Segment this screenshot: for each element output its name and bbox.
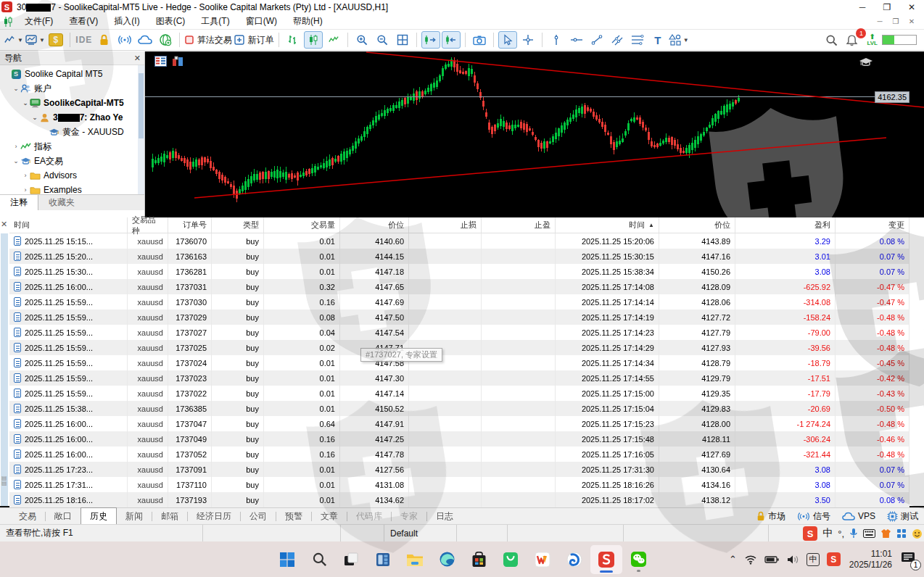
ime-keyboard-icon[interactable] bbox=[863, 529, 875, 538]
sogou-logo-icon[interactable]: S bbox=[803, 526, 817, 541]
child-close-button[interactable]: ✕ bbox=[904, 17, 920, 27]
navigator-tab-1[interactable]: 收藏夹 bbox=[38, 195, 85, 210]
cursor-tool-button[interactable] bbox=[498, 31, 517, 49]
wps-office-button[interactable] bbox=[527, 545, 558, 574]
tray-battery-icon[interactable] bbox=[764, 555, 779, 564]
taskbar-search-button[interactable] bbox=[303, 545, 335, 574]
table-row[interactable]: 2025.11.25 15:38...xauusd1736385buy0.014… bbox=[9, 401, 909, 416]
column-header-7[interactable]: 止盈 bbox=[482, 217, 556, 233]
vps-cloud-button[interactable] bbox=[136, 31, 154, 49]
column-header-4[interactable]: 交易量 bbox=[264, 217, 340, 233]
toolbox-tab-8[interactable]: 文章 bbox=[312, 509, 347, 524]
tray-ime-icon[interactable]: 中 bbox=[807, 553, 820, 566]
notification-center-button[interactable]: 1 bbox=[901, 552, 915, 568]
column-header-1[interactable]: 交易品种 bbox=[128, 217, 168, 233]
collapse-icon[interactable]: ⌄ bbox=[31, 114, 38, 121]
table-row[interactable]: 2025.11.25 15:30...xauusd1736281buy0.014… bbox=[9, 264, 909, 279]
toolbox-grip-icon[interactable]: ▤▤ bbox=[1, 476, 7, 486]
horizontal-line-tool-button[interactable] bbox=[567, 31, 586, 49]
table-row[interactable]: 2025.11.25 16:00...xauusd1737031buy0.324… bbox=[9, 279, 909, 294]
collapse-icon[interactable]: ⌄ bbox=[12, 85, 20, 92]
menu-item-0[interactable]: 文件(F) bbox=[17, 13, 61, 30]
table-row[interactable]: 2025.11.25 15:59...xauusd1737022buy0.014… bbox=[9, 386, 909, 401]
toolbox-tab-7[interactable]: 预警 bbox=[276, 509, 311, 524]
table-row[interactable]: 2025.11.25 15:20...xauusd1736163buy0.014… bbox=[9, 249, 909, 264]
table-row[interactable]: 2025.11.25 15:59...xauusd1737029buy0.084… bbox=[9, 310, 909, 325]
bottom-link-1[interactable]: 信号 bbox=[797, 510, 830, 523]
column-header-8[interactable]: 时间▲ bbox=[556, 217, 659, 233]
quotes-panel-icon[interactable] bbox=[154, 56, 167, 67]
column-header-6[interactable]: 止损 bbox=[409, 217, 482, 233]
auto-scroll-button[interactable] bbox=[421, 31, 440, 49]
toolbox-tab-2[interactable]: 历史 bbox=[81, 507, 117, 524]
text-tool-button[interactable]: T bbox=[648, 31, 667, 49]
toolbox-tab-4[interactable]: 邮箱 bbox=[152, 509, 187, 524]
nav-tree-item-4[interactable]: 黄金 - XAUUSD bbox=[0, 125, 139, 139]
column-header-0[interactable]: 时间 bbox=[9, 217, 128, 233]
community-button[interactable] bbox=[156, 31, 175, 49]
collapse-icon[interactable]: ⌄ bbox=[22, 99, 29, 107]
tile-windows-button[interactable] bbox=[393, 31, 412, 49]
deposit-button[interactable]: $ bbox=[46, 31, 65, 49]
tray-wifi-icon[interactable] bbox=[744, 555, 757, 565]
ime-mic-icon[interactable] bbox=[849, 528, 858, 539]
tray-volume-icon[interactable] bbox=[786, 555, 799, 565]
bottom-link-3[interactable]: 测试 bbox=[887, 510, 918, 523]
table-row[interactable]: 2025.11.25 17:23...xauusd1737091buy0.014… bbox=[9, 462, 909, 477]
microsoft-store-button[interactable] bbox=[463, 545, 495, 574]
nav-tree-item-7[interactable]: ›Advisors bbox=[0, 168, 139, 183]
table-row[interactable]: 2025.11.25 15:59...xauusd1737023buy0.014… bbox=[9, 370, 909, 386]
wechat-button[interactable] bbox=[622, 545, 654, 574]
signals-button[interactable] bbox=[115, 31, 134, 49]
toolbox-tab-9[interactable]: 代码库 bbox=[347, 509, 391, 524]
bar-chart-mode-button[interactable] bbox=[284, 31, 302, 49]
trendline-tool-button[interactable] bbox=[587, 31, 606, 49]
toolbox-close-icon[interactable]: ✕ bbox=[1, 220, 7, 229]
nav-tree-item-0[interactable]: SSoolike Capital MT5 bbox=[0, 67, 139, 81]
line-chart-mode-button[interactable] bbox=[324, 31, 343, 49]
expand-icon[interactable]: › bbox=[12, 143, 20, 150]
table-row[interactable]: 2025.11.25 15:15...xauusd1736070buy0.014… bbox=[9, 233, 909, 249]
table-row[interactable]: 2025.11.25 15:59...xauusd1737024buy0.014… bbox=[9, 355, 909, 370]
vertical-line-tool-button[interactable] bbox=[547, 31, 566, 49]
restore-button[interactable]: ❐ bbox=[875, 1, 899, 14]
ide-button[interactable]: IDE bbox=[75, 31, 94, 49]
navigator-close-icon[interactable]: ✕ bbox=[134, 54, 141, 63]
table-row[interactable]: 2025.11.25 16:00...xauusd1737049buy0.164… bbox=[9, 431, 909, 447]
table-row[interactable]: 2025.11.25 16:00...xauusd1737052buy0.164… bbox=[9, 447, 909, 462]
menu-item-6[interactable]: 帮助(H) bbox=[285, 13, 331, 30]
menu-item-5[interactable]: 窗口(W) bbox=[238, 13, 285, 30]
nav-tree-item-2[interactable]: ⌄SoolikeCapital-MT5 bbox=[0, 96, 139, 110]
zoom-in-button[interactable] bbox=[352, 31, 371, 49]
ime-punctuation-icon[interactable]: °, bbox=[838, 528, 844, 539]
screenshot-button[interactable] bbox=[470, 31, 489, 49]
tray-chevron-icon[interactable]: ⌃ bbox=[729, 554, 737, 565]
toolbox-tab-0[interactable]: 交易 bbox=[10, 509, 45, 524]
ime-toolbox-icon[interactable] bbox=[896, 528, 907, 539]
taskbar-clock[interactable]: 11:01 2025/11/26 bbox=[849, 549, 892, 570]
toolbox-tab-3[interactable]: 新闻 bbox=[117, 509, 152, 524]
zoom-out-button[interactable] bbox=[373, 31, 392, 49]
ime-mode-icon[interactable]: 中 bbox=[822, 527, 833, 540]
ime-skin-icon[interactable] bbox=[880, 528, 891, 539]
minimize-button[interactable]: ─ bbox=[850, 1, 875, 14]
table-row[interactable]: 2025.11.25 15:59...xauusd1737025buy0.024… bbox=[9, 340, 909, 355]
toolbox-tab-5[interactable]: 经济日历 bbox=[188, 509, 240, 524]
child-minimize-button[interactable]: ─ bbox=[872, 17, 888, 27]
table-row[interactable]: 2025.11.25 18:16...xauusd1737193buy0.014… bbox=[9, 492, 909, 507]
table-row[interactable]: 2025.11.25 16:00...xauusd1737047buy0.644… bbox=[9, 416, 909, 431]
chart-area[interactable]: 4162.35 bbox=[145, 51, 924, 217]
column-header-2[interactable]: 订单号 bbox=[168, 217, 212, 233]
market-bag-button[interactable] bbox=[95, 31, 114, 49]
edge-browser-button[interactable] bbox=[431, 545, 463, 574]
candle-chart-mode-button[interactable] bbox=[304, 31, 323, 49]
menu-item-2[interactable]: 插入(I) bbox=[106, 13, 147, 30]
chart-shift-button[interactable] bbox=[442, 31, 461, 49]
crosshair-tool-button[interactable] bbox=[519, 31, 537, 49]
column-header-3[interactable]: 类型 bbox=[212, 217, 264, 233]
collapse-icon[interactable]: ⌄ bbox=[12, 157, 20, 165]
expert-advisor-icon[interactable] bbox=[859, 57, 873, 67]
lvl-indicator[interactable]: ⬆LVL bbox=[867, 33, 878, 46]
blue-l-app-button[interactable] bbox=[558, 545, 590, 574]
chart-type-button[interactable]: ▼ bbox=[3, 31, 23, 49]
